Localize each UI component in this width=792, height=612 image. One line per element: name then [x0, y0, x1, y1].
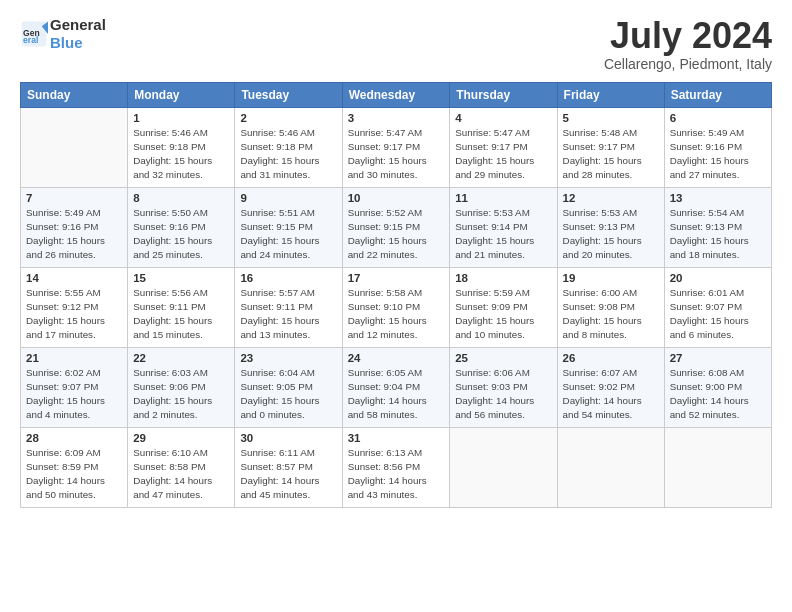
day-info: Sunrise: 6:10 AMSunset: 8:58 PMDaylight:… — [133, 446, 229, 503]
day-number: 25 — [455, 352, 551, 364]
day-number: 3 — [348, 112, 445, 124]
day-cell: 26Sunrise: 6:07 AMSunset: 9:02 PMDayligh… — [557, 347, 664, 427]
day-cell: 10Sunrise: 5:52 AMSunset: 9:15 PMDayligh… — [342, 187, 450, 267]
day-number: 26 — [563, 352, 659, 364]
col-header-wednesday: Wednesday — [342, 82, 450, 107]
day-info: Sunrise: 6:03 AMSunset: 9:06 PMDaylight:… — [133, 366, 229, 423]
day-info: Sunrise: 6:02 AMSunset: 9:07 PMDaylight:… — [26, 366, 122, 423]
week-row-3: 14Sunrise: 5:55 AMSunset: 9:12 PMDayligh… — [21, 267, 772, 347]
day-cell — [557, 427, 664, 507]
day-number: 24 — [348, 352, 445, 364]
page: Gen eral General Blue July 2024 Cellaren… — [0, 0, 792, 612]
day-number: 17 — [348, 272, 445, 284]
day-number: 13 — [670, 192, 766, 204]
day-cell: 13Sunrise: 5:54 AMSunset: 9:13 PMDayligh… — [664, 187, 771, 267]
day-number: 30 — [240, 432, 336, 444]
day-cell: 11Sunrise: 5:53 AMSunset: 9:14 PMDayligh… — [450, 187, 557, 267]
title-block: July 2024 Cellarengo, Piedmont, Italy — [604, 16, 772, 72]
day-info: Sunrise: 5:46 AMSunset: 9:18 PMDaylight:… — [240, 126, 336, 183]
week-row-4: 21Sunrise: 6:02 AMSunset: 9:07 PMDayligh… — [21, 347, 772, 427]
day-number: 28 — [26, 432, 122, 444]
col-header-monday: Monday — [128, 82, 235, 107]
day-cell: 19Sunrise: 6:00 AMSunset: 9:08 PMDayligh… — [557, 267, 664, 347]
day-info: Sunrise: 6:06 AMSunset: 9:03 PMDaylight:… — [455, 366, 551, 423]
week-row-5: 28Sunrise: 6:09 AMSunset: 8:59 PMDayligh… — [21, 427, 772, 507]
day-cell — [664, 427, 771, 507]
day-number: 11 — [455, 192, 551, 204]
day-info: Sunrise: 5:53 AMSunset: 9:14 PMDaylight:… — [455, 206, 551, 263]
day-number: 5 — [563, 112, 659, 124]
col-header-friday: Friday — [557, 82, 664, 107]
day-cell: 31Sunrise: 6:13 AMSunset: 8:56 PMDayligh… — [342, 427, 450, 507]
day-number: 7 — [26, 192, 122, 204]
day-info: Sunrise: 5:49 AMSunset: 9:16 PMDaylight:… — [670, 126, 766, 183]
day-number: 19 — [563, 272, 659, 284]
day-cell: 3Sunrise: 5:47 AMSunset: 9:17 PMDaylight… — [342, 107, 450, 187]
day-number: 22 — [133, 352, 229, 364]
col-header-thursday: Thursday — [450, 82, 557, 107]
day-info: Sunrise: 6:01 AMSunset: 9:07 PMDaylight:… — [670, 286, 766, 343]
day-cell: 27Sunrise: 6:08 AMSunset: 9:00 PMDayligh… — [664, 347, 771, 427]
day-cell: 15Sunrise: 5:56 AMSunset: 9:11 PMDayligh… — [128, 267, 235, 347]
day-info: Sunrise: 5:56 AMSunset: 9:11 PMDaylight:… — [133, 286, 229, 343]
day-number: 18 — [455, 272, 551, 284]
svg-text:eral: eral — [23, 35, 38, 45]
day-number: 20 — [670, 272, 766, 284]
day-info: Sunrise: 5:52 AMSunset: 9:15 PMDaylight:… — [348, 206, 445, 263]
day-number: 21 — [26, 352, 122, 364]
col-header-saturday: Saturday — [664, 82, 771, 107]
day-number: 8 — [133, 192, 229, 204]
day-number: 27 — [670, 352, 766, 364]
day-cell: 17Sunrise: 5:58 AMSunset: 9:10 PMDayligh… — [342, 267, 450, 347]
day-cell — [21, 107, 128, 187]
logo: Gen eral General Blue — [20, 16, 106, 52]
day-cell: 6Sunrise: 5:49 AMSunset: 9:16 PMDaylight… — [664, 107, 771, 187]
day-cell: 22Sunrise: 6:03 AMSunset: 9:06 PMDayligh… — [128, 347, 235, 427]
day-info: Sunrise: 6:07 AMSunset: 9:02 PMDaylight:… — [563, 366, 659, 423]
day-info: Sunrise: 6:09 AMSunset: 8:59 PMDaylight:… — [26, 446, 122, 503]
header-row: SundayMondayTuesdayWednesdayThursdayFrid… — [21, 82, 772, 107]
day-number: 16 — [240, 272, 336, 284]
header: Gen eral General Blue July 2024 Cellaren… — [20, 16, 772, 72]
day-number: 2 — [240, 112, 336, 124]
day-info: Sunrise: 5:51 AMSunset: 9:15 PMDaylight:… — [240, 206, 336, 263]
day-cell: 28Sunrise: 6:09 AMSunset: 8:59 PMDayligh… — [21, 427, 128, 507]
day-number: 1 — [133, 112, 229, 124]
day-info: Sunrise: 5:55 AMSunset: 9:12 PMDaylight:… — [26, 286, 122, 343]
day-cell: 12Sunrise: 5:53 AMSunset: 9:13 PMDayligh… — [557, 187, 664, 267]
col-header-tuesday: Tuesday — [235, 82, 342, 107]
day-number: 23 — [240, 352, 336, 364]
day-info: Sunrise: 5:48 AMSunset: 9:17 PMDaylight:… — [563, 126, 659, 183]
day-cell: 25Sunrise: 6:06 AMSunset: 9:03 PMDayligh… — [450, 347, 557, 427]
day-cell — [450, 427, 557, 507]
logo-text: General Blue — [50, 16, 106, 52]
day-cell: 20Sunrise: 6:01 AMSunset: 9:07 PMDayligh… — [664, 267, 771, 347]
day-cell: 24Sunrise: 6:05 AMSunset: 9:04 PMDayligh… — [342, 347, 450, 427]
day-cell: 7Sunrise: 5:49 AMSunset: 9:16 PMDaylight… — [21, 187, 128, 267]
day-cell: 21Sunrise: 6:02 AMSunset: 9:07 PMDayligh… — [21, 347, 128, 427]
day-info: Sunrise: 6:13 AMSunset: 8:56 PMDaylight:… — [348, 446, 445, 503]
calendar: SundayMondayTuesdayWednesdayThursdayFrid… — [20, 82, 772, 508]
logo-line2: Blue — [50, 34, 106, 52]
day-info: Sunrise: 5:57 AMSunset: 9:11 PMDaylight:… — [240, 286, 336, 343]
day-cell: 4Sunrise: 5:47 AMSunset: 9:17 PMDaylight… — [450, 107, 557, 187]
day-info: Sunrise: 6:04 AMSunset: 9:05 PMDaylight:… — [240, 366, 336, 423]
day-number: 31 — [348, 432, 445, 444]
week-row-2: 7Sunrise: 5:49 AMSunset: 9:16 PMDaylight… — [21, 187, 772, 267]
day-number: 9 — [240, 192, 336, 204]
day-cell: 9Sunrise: 5:51 AMSunset: 9:15 PMDaylight… — [235, 187, 342, 267]
day-number: 15 — [133, 272, 229, 284]
logo-line1: General — [50, 16, 106, 34]
month-title: July 2024 — [604, 16, 772, 56]
day-number: 12 — [563, 192, 659, 204]
day-info: Sunrise: 5:53 AMSunset: 9:13 PMDaylight:… — [563, 206, 659, 263]
day-cell: 14Sunrise: 5:55 AMSunset: 9:12 PMDayligh… — [21, 267, 128, 347]
day-info: Sunrise: 6:11 AMSunset: 8:57 PMDaylight:… — [240, 446, 336, 503]
day-number: 4 — [455, 112, 551, 124]
day-info: Sunrise: 6:05 AMSunset: 9:04 PMDaylight:… — [348, 366, 445, 423]
location-title: Cellarengo, Piedmont, Italy — [604, 56, 772, 72]
day-info: Sunrise: 5:54 AMSunset: 9:13 PMDaylight:… — [670, 206, 766, 263]
day-cell: 5Sunrise: 5:48 AMSunset: 9:17 PMDaylight… — [557, 107, 664, 187]
day-number: 10 — [348, 192, 445, 204]
logo-icon: Gen eral — [20, 20, 48, 48]
